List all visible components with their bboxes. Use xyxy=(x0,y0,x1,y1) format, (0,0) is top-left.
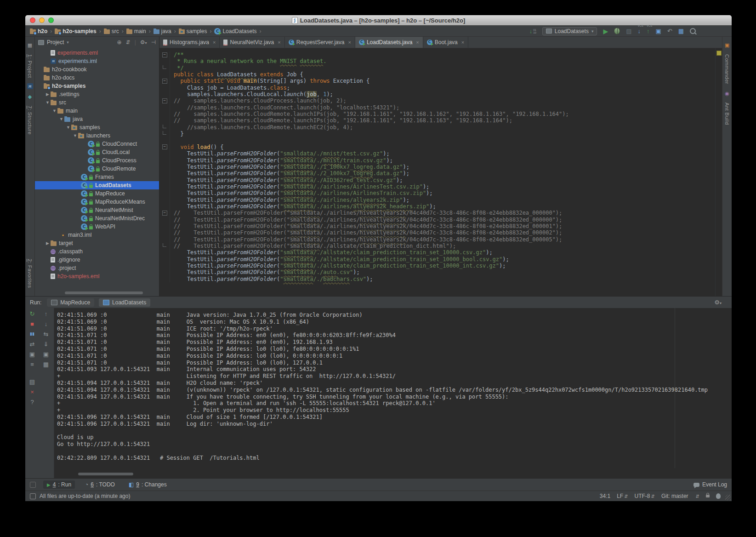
clear-all-button[interactable]: ▦ xyxy=(42,361,50,368)
tree-item-LoadDatasets[interactable]: CLoadDatasets xyxy=(35,181,159,189)
tree-item-CloudRemote[interactable]: CCloudRemote xyxy=(35,165,159,173)
editor-tab-NeuralNetViz.java[interactable]: NeuralNetViz.java× xyxy=(220,37,284,48)
lock-icon[interactable] xyxy=(706,495,710,497)
console-output[interactable]: 02:41:51.069 :0 main Java version: Java … xyxy=(54,308,732,478)
vcs-update-button[interactable]: VCS↓ xyxy=(638,28,641,34)
event-log-button[interactable]: Event Log xyxy=(693,481,727,488)
caret-position[interactable]: 34:1 xyxy=(600,493,610,499)
run-button[interactable]: ▶ xyxy=(603,28,608,35)
stop-button[interactable]: ■ xyxy=(28,320,36,327)
copy-button[interactable]: ▣ xyxy=(42,351,50,358)
fold-marker[interactable]: − xyxy=(159,144,170,150)
fold-collapse-icon[interactable]: − xyxy=(162,144,167,149)
minimize-window-button[interactable] xyxy=(39,17,45,23)
fold-end-icon[interactable] xyxy=(163,243,166,247)
intellij-icon[interactable]: JI xyxy=(27,83,33,89)
close-icon[interactable]: × xyxy=(416,40,419,45)
chevron-expanded-icon[interactable]: ▼ xyxy=(72,133,78,138)
line-separator-widget[interactable]: LF⇵ xyxy=(617,493,628,499)
tree-item-src[interactable]: ▼src xyxy=(35,98,159,107)
chevron-collapsed-icon[interactable]: ▶ xyxy=(45,92,51,97)
chevron-collapsed-icon[interactable]: ▶ xyxy=(45,241,51,246)
tree-item-MapReduceKMeans[interactable]: CMapReduceKMeans xyxy=(35,198,159,206)
fold-marker[interactable] xyxy=(159,131,170,137)
tool-button-favorites[interactable]: 2: Favorites xyxy=(27,259,33,288)
breadcrumb-item-h2o[interactable]: h2o xyxy=(29,28,48,34)
breadcrumb-item-samples[interactable]: samples xyxy=(178,28,208,34)
close-window-button[interactable] xyxy=(30,17,35,23)
tool-button-project[interactable]: 1: Project xyxy=(27,54,33,78)
fold-collapse-icon[interactable]: − xyxy=(162,79,167,84)
breadcrumb-item-h2o-samples[interactable]: h2o-samples xyxy=(54,28,97,34)
tool-window-button-TODO[interactable]: ◔6: TODO xyxy=(81,480,119,489)
chevron-down-icon[interactable]: ▾ xyxy=(67,40,69,45)
editor-tab-Histograms.java[interactable]: Histograms.java× xyxy=(159,37,220,48)
editor-tab-Boot.java[interactable]: CBoot.java× xyxy=(423,37,468,48)
tree-item-h2o-cookbook[interactable]: h2o-cookbook xyxy=(35,65,159,74)
help-button[interactable]: ? xyxy=(28,399,36,406)
tree-item-NeuralNetMnistDrec[interactable]: CNeuralNetMnistDrec xyxy=(35,214,159,223)
print-button[interactable]: ▤ xyxy=(28,378,36,385)
undo-button[interactable]: ↶ xyxy=(667,28,672,34)
down-stack-trace-button[interactable]: ↓ xyxy=(42,320,50,327)
pause-output-button[interactable]: ▮▮ xyxy=(28,331,36,337)
fold-end-icon[interactable] xyxy=(163,125,166,128)
fold-end-icon[interactable] xyxy=(163,131,166,135)
fold-marker[interactable]: − xyxy=(159,51,170,58)
tree-item-.gitignore[interactable]: .gitignore xyxy=(35,256,159,264)
tree-item-experiments.eml[interactable]: experiments.eml xyxy=(35,49,159,57)
code-editor[interactable]: −/** * Runs a neural network on the MNIS… xyxy=(159,48,715,296)
vcs-commit-button[interactable]: VCS↑ xyxy=(647,28,650,34)
tree-item-target[interactable]: ▶target xyxy=(35,239,159,247)
chevron-expanded-icon[interactable]: ▼ xyxy=(45,100,51,105)
run-configuration-select[interactable]: LoadDatasets ▾ xyxy=(542,27,597,35)
breadcrumb-item-src[interactable]: src xyxy=(103,28,120,34)
chevron-expanded-icon[interactable]: ▼ xyxy=(65,125,71,130)
tree-item-.settings[interactable]: ▶.settings xyxy=(35,90,159,98)
tree-item-h2o-docs[interactable]: h2o-docs xyxy=(35,74,159,82)
debug-button[interactable] xyxy=(614,28,620,34)
encoding-widget[interactable]: UTF-8⇵ xyxy=(635,493,655,499)
zoom-window-button[interactable] xyxy=(48,17,54,23)
restore-layout-button[interactable]: ⇄ xyxy=(28,341,36,348)
fold-collapse-icon[interactable]: − xyxy=(162,211,167,216)
fold-collapse-icon[interactable]: − xyxy=(162,98,167,103)
fold-collapse-icon[interactable]: − xyxy=(162,52,167,57)
chevron-updown-icon[interactable]: ⇵ xyxy=(696,494,699,499)
close-icon[interactable]: × xyxy=(348,40,351,45)
tree-item-WebAPI[interactable]: CWebAPI xyxy=(35,223,159,231)
run-tab-MapReduce[interactable]: MapReduce xyxy=(47,298,94,307)
coverage-button[interactable]: ▨ xyxy=(626,28,631,34)
fold-marker[interactable]: − xyxy=(159,97,170,104)
hide-panel-button[interactable]: ⊣ xyxy=(151,39,156,46)
tree-item-experiments.iml[interactable]: JIexperiments.iml xyxy=(35,57,159,65)
layout-button[interactable]: ≡ xyxy=(28,361,36,368)
pin-button[interactable]: ▣ xyxy=(28,351,36,358)
analysis-status-icon[interactable] xyxy=(716,51,722,56)
tree-item-main[interactable]: ▼main xyxy=(35,107,159,115)
rerun-button[interactable]: ↻ xyxy=(28,310,36,317)
editor-tab-RequestServer.java[interactable]: CRequestServer.java× xyxy=(285,37,355,48)
tool-window-button-Run[interactable]: ▶4: Run xyxy=(43,480,75,489)
tree-item-samples[interactable]: ▼samples xyxy=(35,123,159,131)
status-toggle-icon[interactable] xyxy=(30,493,36,499)
tree-item-java[interactable]: ▼java xyxy=(35,115,159,123)
tool-button-ant-build[interactable]: Ant Build xyxy=(724,103,730,125)
chevron-expanded-icon[interactable]: ▼ xyxy=(58,117,64,121)
close-icon[interactable]: × xyxy=(461,40,464,45)
history-icon[interactable]: ↓ 0110 xyxy=(529,28,536,34)
settings-button[interactable]: ⚙▾ xyxy=(140,39,147,46)
tree-item-MapReduce[interactable]: CMapReduce xyxy=(35,189,159,198)
editor-scrollbar[interactable] xyxy=(715,48,722,296)
up-stack-trace-button[interactable]: ↑ xyxy=(42,310,50,317)
fold-marker[interactable] xyxy=(159,124,170,131)
tree-item-.classpath[interactable]: .classpath xyxy=(35,247,159,256)
changes-icon[interactable]: ▣ xyxy=(656,28,661,34)
tree-item-Frames[interactable]: CFrames xyxy=(35,173,159,181)
toolwindow-toggle-icon[interactable] xyxy=(30,482,36,488)
tree-item-launchers[interactable]: ▼launchers xyxy=(35,131,159,140)
search-everywhere-button[interactable] xyxy=(690,28,696,34)
run-settings-button[interactable]: ⚙▾ xyxy=(714,299,722,306)
console-hscrollbar[interactable] xyxy=(78,473,133,475)
tree-item-h2o-samples.eml[interactable]: h2o-samples.eml xyxy=(35,272,159,280)
